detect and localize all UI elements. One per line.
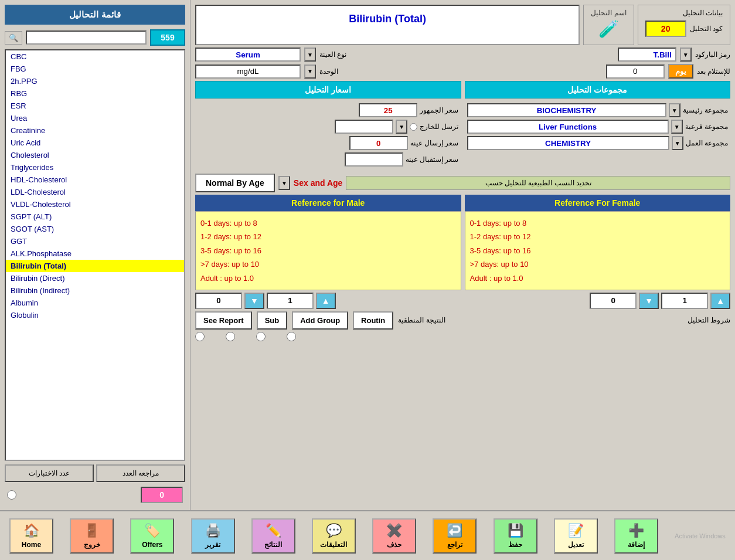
results-button[interactable]: ✏️ النتائج <box>251 518 295 554</box>
list-item[interactable]: FBG <box>6 63 184 75</box>
list-item[interactable]: ALK.Phosphatase <box>6 247 184 260</box>
data-box: بيانات التحليل كود التحليل <box>638 5 730 45</box>
review-count-btn[interactable]: مراجعه العدد <box>96 464 185 482</box>
list-item[interactable]: Albumin <box>6 297 184 309</box>
list-item[interactable]: RBG <box>6 87 184 100</box>
main-group-label: مجموعة رئيسية <box>683 106 728 114</box>
list-item[interactable]: ESR <box>6 100 184 112</box>
stepper2-up-btn[interactable]: ▲ <box>710 293 730 309</box>
bottom-buttons: عدد الاختبارات مراجعه العدد <box>5 464 185 482</box>
code-input[interactable] <box>645 21 686 37</box>
list-item[interactable]: Urea <box>6 112 184 124</box>
stepper2-max-input[interactable] <box>661 293 708 309</box>
send-abroad-input[interactable] <box>335 120 393 134</box>
sex-age-dropdown-arrow[interactable]: ▼ <box>278 176 290 190</box>
see-report-button[interactable]: See Report <box>195 311 252 330</box>
list-item[interactable]: Bilirubin (Indirect) <box>6 284 184 297</box>
send-abroad-row: ترسل للخارج ▼ <box>198 120 459 134</box>
search-input[interactable] <box>26 30 147 45</box>
stepper1-up-btn[interactable]: ▲ <box>316 293 336 309</box>
list-item[interactable]: Globulin <box>6 309 184 321</box>
list-item[interactable]: Creatinine <box>6 124 184 137</box>
exit-button[interactable]: 🚪 خروج <box>70 518 114 554</box>
work-group-arrow[interactable]: ▼ <box>672 136 683 150</box>
barcode-input[interactable] <box>618 47 676 62</box>
public-price-input[interactable] <box>359 103 417 117</box>
see-report-radio[interactable] <box>195 332 205 341</box>
normal-by-age-button[interactable]: Normal By Age <box>195 174 275 192</box>
receive-price-input[interactable] <box>345 152 403 167</box>
sub-group-input[interactable] <box>467 120 669 134</box>
female-ref-line: 0-1 days: up to 8 <box>470 216 726 230</box>
top-section: Bilirubin (Total) اسم التحليل 🧪 بيانات ا… <box>195 5 730 45</box>
stepper1-min-input[interactable] <box>195 293 242 309</box>
count-tests-btn[interactable]: عدد الاختبارات <box>5 464 94 482</box>
unit-dropdown-arrow[interactable]: ▼ <box>304 65 316 79</box>
list-item[interactable]: SGOT (AST) <box>6 223 184 235</box>
work-group-input[interactable] <box>467 136 669 150</box>
headers-row: اسعار التحليل مجموعات التحليل <box>195 81 730 99</box>
send-abroad-arrow[interactable]: ▼ <box>396 120 407 134</box>
delivery-input[interactable] <box>606 65 665 79</box>
stepper1-down-btn[interactable]: ▼ <box>244 293 264 309</box>
list-item[interactable]: Triglycerides <box>6 161 184 174</box>
main-group-input[interactable] <box>467 103 666 117</box>
routin-button[interactable]: Routin <box>353 311 393 330</box>
stepper2-down-btn[interactable]: ▼ <box>639 293 659 309</box>
female-ref-line: >7 days: up to 10 <box>470 257 726 271</box>
send-price-input[interactable] <box>349 136 408 150</box>
list-item[interactable]: Cholesterol <box>6 149 184 161</box>
list-item[interactable]: 2h.PPG <box>6 75 184 87</box>
list-item[interactable]: LDL-Cholesterol <box>6 186 184 198</box>
receive-price-row: سعر إستقبال عينه <box>198 152 459 167</box>
stepper2-min-input[interactable] <box>590 293 637 309</box>
prices-groups-content: سعر الجمهور ترسل للخارج ▼ سعر إرسال عينه… <box>195 101 730 171</box>
sub-button[interactable]: Sub <box>257 311 288 330</box>
list-item[interactable]: CBC <box>6 50 184 63</box>
home-label: Home <box>22 541 41 549</box>
comments-button[interactable]: 💬 التعليقات <box>312 518 356 554</box>
search-row: 🔍 559 <box>5 29 185 46</box>
delete-button[interactable]: ✖️ حذف <box>372 518 416 554</box>
groups-header-text: مجموعات التحليل <box>465 81 731 99</box>
delivery-label: للإستلام بعد <box>697 67 730 76</box>
review-button[interactable]: ↩️ تراجع <box>433 518 477 554</box>
sex-age-label: Sex and Age <box>294 178 343 188</box>
sample-dropdown-arrow[interactable]: ▼ <box>304 47 316 62</box>
stepper-row: ▼ ▲ ▼ ▲ <box>195 293 730 309</box>
male-ref-line: 0-1 days: up to 8 <box>200 216 456 230</box>
list-item[interactable]: Bilirubin (Direct) <box>6 272 184 284</box>
barcode-dropdown-arrow[interactable]: ▼ <box>680 47 692 62</box>
save-button[interactable]: 💾 حفظ <box>494 518 537 554</box>
list-item[interactable]: SGPT (ALT) <box>6 211 184 223</box>
unit-label: الوحدة <box>319 67 338 76</box>
offers-button[interactable]: 🏷️ Offers <box>130 518 174 554</box>
send-abroad-radio[interactable] <box>410 123 417 131</box>
stepper1-max-input[interactable] <box>267 293 314 309</box>
add-group-button[interactable]: Add Group <box>292 311 348 330</box>
sub-group-arrow[interactable]: ▼ <box>671 120 683 134</box>
add-button[interactable]: ➕ إضافة <box>614 518 658 554</box>
search-icon[interactable]: 🔍 <box>5 31 22 45</box>
list-item[interactable]: HDL-Cholesterol <box>6 174 184 186</box>
add-group-radio[interactable] <box>256 332 266 341</box>
analysis-list: CBCFBG2h.PPGRBGESRUreaCreatinineUric Aci… <box>5 49 185 461</box>
main-group-arrow[interactable]: ▼ <box>669 103 680 117</box>
edit-button[interactable]: 📝 تعديل <box>554 518 598 554</box>
list-item[interactable]: VLDL-Cholesterol <box>6 198 184 211</box>
list-item[interactable]: GGT <box>6 235 184 247</box>
report-button[interactable]: 🖨️ تقرير <box>191 518 235 554</box>
delete-label: حذف <box>387 541 401 549</box>
sub-radio[interactable] <box>226 332 235 341</box>
sample-type-input[interactable] <box>195 47 301 62</box>
data-label: بيانات التحليل <box>645 9 723 17</box>
home-button[interactable]: 🏠 Home <box>9 518 53 554</box>
days-button[interactable]: يوم <box>668 64 693 79</box>
list-item[interactable]: Uric Acid <box>6 137 184 149</box>
routin-radio[interactable] <box>287 332 296 341</box>
work-group-label: مجموعة العمل <box>686 139 728 147</box>
unit-input[interactable] <box>195 65 301 79</box>
list-item[interactable]: Bilirubin (Total) <box>6 260 184 272</box>
work-group-row: مجموعة العمل ▼ <box>467 136 729 150</box>
count-radio[interactable] <box>7 490 16 500</box>
